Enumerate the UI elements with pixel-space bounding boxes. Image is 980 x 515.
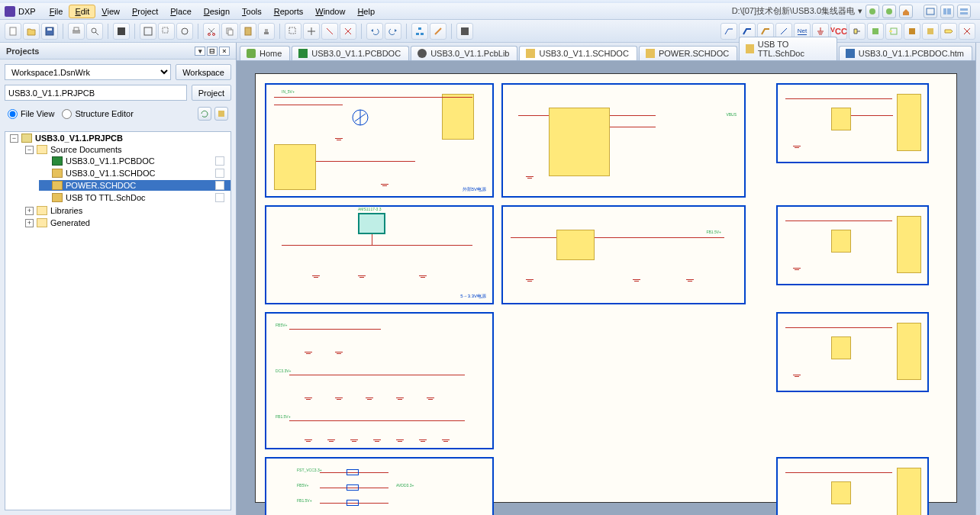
project-tree[interactable]: −USB3.0_V1.1.PRJPCB−Source DocumentsUSB3… <box>5 131 231 510</box>
panel-close-icon[interactable]: × <box>219 47 230 56</box>
move-button[interactable] <box>303 23 320 40</box>
menu-edit[interactable]: Edit <box>69 5 95 18</box>
tab-usb-to-ttl-schdoc[interactable]: USB TO TTL.SchDoc <box>739 37 837 60</box>
structure-editor-radio[interactable]: Structure Editor <box>62 109 133 119</box>
device-sheet-button[interactable] <box>904 23 920 40</box>
svg-rect-29 <box>461 27 469 35</box>
layout-button-1[interactable] <box>924 5 937 18</box>
panel-title: Projects <box>6 47 39 56</box>
menu-place[interactable]: Place <box>164 5 198 18</box>
path-dropdown[interactable]: ▾ <box>858 6 862 16</box>
copy-button[interactable] <box>221 23 238 40</box>
zoom-fit-button[interactable] <box>140 23 156 40</box>
menu-design[interactable]: Design <box>198 5 236 18</box>
project-input[interactable] <box>5 85 187 101</box>
dxp-menu[interactable]: DXP <box>5 6 36 17</box>
workspace-button[interactable]: Workspace <box>176 64 231 80</box>
layout-button-2[interactable] <box>940 5 954 18</box>
deselect-button[interactable] <box>321 23 338 40</box>
svg-rect-28 <box>421 33 424 35</box>
part-button[interactable] <box>849 23 866 40</box>
svg-rect-24 <box>265 29 268 32</box>
paste-button[interactable] <box>240 23 256 40</box>
open-button[interactable] <box>23 23 40 40</box>
sheet-symbol-button[interactable] <box>867 23 884 40</box>
print-button[interactable] <box>68 23 85 40</box>
svg-rect-14 <box>118 27 125 35</box>
svg-rect-16 <box>163 27 168 33</box>
path-text: D:\[07]技术创新\USB3.0集线器电 <box>732 5 855 17</box>
rubber-stamp-button[interactable] <box>258 23 275 40</box>
tree-project-root[interactable]: −USB3.0_V1.1.PRJPCB <box>8 133 230 143</box>
net-tie-block: FST_VCC3.3+ FB5V+ FB1.5V+ AVDD3.3+ <box>265 457 494 515</box>
decoupling-block: FB5V+ DC3.3V+ FB1.5V+ <box>265 312 494 449</box>
layout-button-3[interactable] <box>957 5 971 18</box>
menu-tools[interactable]: Tools <box>236 5 268 18</box>
nav-back-button[interactable] <box>866 5 879 18</box>
hub-ic-block: VBUS <box>501 83 746 198</box>
project-button[interactable]: Project <box>192 85 231 101</box>
menu-file[interactable]: File <box>44 5 69 18</box>
select-button[interactable] <box>285 23 301 40</box>
tree-doc-usb-to-ttl-schdoc[interactable]: USB TO TTL.SchDoc <box>39 192 230 203</box>
doc-status-icon <box>215 169 224 178</box>
tree-generated[interactable]: +Generated <box>24 217 230 228</box>
tab-power-schdoc[interactable]: POWER.SCHDOC <box>639 46 737 60</box>
wire-button[interactable] <box>720 23 737 40</box>
menu-window[interactable]: Window <box>309 5 351 18</box>
settings-icon[interactable] <box>214 107 228 121</box>
tree-doc-usb3-0-v1-1-schdoc[interactable]: USB3.0_V1.1.SCHDOC <box>39 168 230 179</box>
nav-home-button[interactable] <box>899 5 913 18</box>
svg-rect-34 <box>927 28 933 34</box>
workspace-select[interactable]: Workspace1.DsnWrk <box>5 64 171 80</box>
harness-connector-button[interactable] <box>922 23 939 40</box>
browse-button[interactable] <box>456 23 473 40</box>
tree-libraries[interactable]: +Libraries <box>24 205 230 216</box>
schematic-canvas[interactable]: IN_5V+ 外部5V电源 VBUS <box>237 61 975 515</box>
tree-source-documents[interactable]: −Source Documents <box>24 144 230 155</box>
svg-rect-15 <box>144 27 152 35</box>
sheet-entry-button[interactable] <box>885 23 902 40</box>
cross-probe-button[interactable] <box>430 23 446 40</box>
tab-usb3-0-v1-1-pcblib[interactable]: USB3.0_V1.1.PcbLib <box>411 46 517 60</box>
menu-project[interactable]: Project <box>126 5 164 18</box>
sch-icon <box>526 49 535 58</box>
svg-rect-9 <box>47 28 52 31</box>
panel-menu-icon[interactable]: ▾ <box>195 47 205 56</box>
file-view-radio[interactable]: File View <box>8 109 54 119</box>
port-button[interactable] <box>940 23 957 40</box>
tab-home[interactable]: Home <box>240 46 290 60</box>
menu-bar: DXP FileEditViewProjectPlaceDesignToolsR… <box>0 3 980 20</box>
menu-help[interactable]: Help <box>351 5 381 18</box>
preview-button[interactable] <box>86 23 103 40</box>
nav-fwd-button[interactable] <box>882 5 896 18</box>
redo-button[interactable] <box>385 23 401 40</box>
svg-rect-33 <box>909 28 915 34</box>
undo-button[interactable] <box>366 23 383 40</box>
doc-status-icon <box>215 193 224 202</box>
tree-doc-usb3-0-v1-1-pcbdoc[interactable]: USB3.0_V1.1.PCBDOC <box>39 156 230 166</box>
menu-reports[interactable]: Reports <box>268 5 310 18</box>
tab-usb3-0-v1-1-pcbdoc-htm[interactable]: USB3.0_V1.1.PCBDOC.htm <box>839 46 972 60</box>
tab-usb3-0-v1-1-schdoc[interactable]: USB3.0_V1.1.SCHDOC <box>519 46 637 60</box>
menu-view[interactable]: View <box>95 5 126 18</box>
new-button[interactable] <box>5 23 21 40</box>
refresh-icon[interactable] <box>198 107 211 121</box>
save-button[interactable] <box>41 23 58 40</box>
zoom-selected-button[interactable] <box>176 23 193 40</box>
power-5v-block: IN_5V+ 外部5V电源 <box>265 83 494 198</box>
tree-doc-power-schdoc[interactable]: POWER.SCHDOC <box>39 180 230 191</box>
cut-button[interactable] <box>203 23 220 40</box>
zoom-area-button[interactable] <box>158 23 175 40</box>
clear-filter-button[interactable] <box>340 23 356 40</box>
htm-icon <box>846 49 855 58</box>
hierarchy-button[interactable] <box>411 23 428 40</box>
tab-usb3-0-v1-1-pcbdoc[interactable]: USB3.0_V1.1.PCBDOC <box>292 46 409 60</box>
current-path: D:\[07]技术创新\USB3.0集线器电 ▾ <box>732 5 975 18</box>
svg-rect-26 <box>418 27 421 30</box>
right-dock-strip[interactable] <box>975 43 980 515</box>
panel-pin-icon[interactable]: ⊟ <box>207 47 218 56</box>
svg-rect-6 <box>960 12 968 14</box>
compile-button[interactable] <box>113 23 130 40</box>
no-erc-button[interactable] <box>959 23 975 40</box>
